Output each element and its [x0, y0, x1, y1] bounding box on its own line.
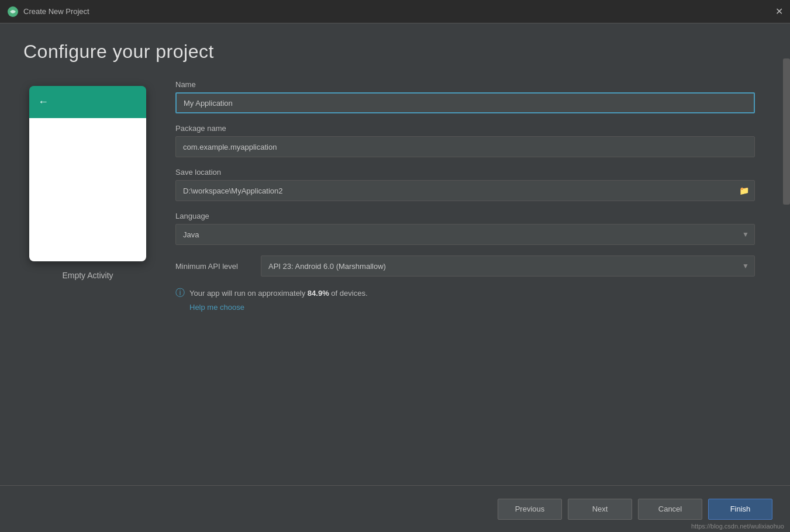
- title-bar-title: Create New Project: [23, 7, 89, 16]
- name-group: Name: [175, 80, 755, 113]
- title-bar-left: Create New Project: [7, 6, 89, 18]
- package-input[interactable]: [175, 136, 755, 157]
- language-select[interactable]: Java Kotlin: [175, 224, 755, 245]
- save-location-input[interactable]: [175, 180, 755, 201]
- title-bar: Create New Project ✕: [0, 0, 790, 23]
- save-location-label: Save location: [175, 168, 755, 177]
- header-area: Configure your project: [0, 23, 790, 74]
- percentage-text: 84.9%: [308, 289, 329, 298]
- help-text-content: Your app will run on approximately 84.9%…: [189, 289, 368, 298]
- footer-link[interactable]: https://blog.csdn.net/wulixiaohuo: [691, 523, 784, 530]
- app-icon: [7, 6, 19, 18]
- name-input[interactable]: [175, 92, 755, 113]
- language-select-wrapper: Java Kotlin ▼: [175, 224, 755, 245]
- main-content: Configure your project ← Empty Activity …: [0, 23, 790, 532]
- language-label: Language: [175, 212, 755, 220]
- api-level-row: Minimum API level API 23: Android 6.0 (M…: [175, 255, 755, 277]
- previous-button[interactable]: Previous: [498, 499, 562, 520]
- activity-label: Empty Activity: [62, 271, 113, 280]
- help-text-row: ⓘ Your app will run on approximately 84.…: [175, 287, 755, 299]
- scrollbar-track: [783, 23, 790, 485]
- save-location-group: Save location 📁: [175, 168, 755, 201]
- help-me-choose-link[interactable]: Help me choose: [189, 303, 755, 312]
- folder-icon[interactable]: 📁: [739, 186, 749, 195]
- page-title: Configure your project: [23, 41, 767, 63]
- name-label: Name: [175, 80, 755, 89]
- phone-preview: ←: [29, 86, 146, 261]
- phone-header: ←: [29, 86, 146, 118]
- info-icon: ⓘ: [175, 287, 185, 299]
- min-api-label: Minimum API level: [175, 262, 251, 271]
- close-button[interactable]: ✕: [775, 7, 783, 16]
- scrollbar-thumb[interactable]: [783, 58, 790, 205]
- api-level-select[interactable]: API 23: Android 6.0 (Marshmallow) API 21…: [261, 255, 755, 277]
- left-panel: ← Empty Activity: [23, 74, 152, 532]
- language-group: Language Java Kotlin ▼: [175, 212, 755, 245]
- save-location-wrapper: 📁: [175, 180, 755, 201]
- phone-body: [29, 118, 146, 261]
- footer-area: Previous Next Cancel Finish https://blog…: [0, 485, 790, 532]
- next-button[interactable]: Next: [568, 499, 632, 520]
- back-arrow-icon: ←: [38, 96, 49, 108]
- package-label: Package name: [175, 124, 755, 133]
- right-panel: Name Package name Save location 📁 Langua…: [175, 74, 767, 454]
- api-select-wrapper: API 23: Android 6.0 (Marshmallow) API 21…: [261, 255, 755, 277]
- cancel-button[interactable]: Cancel: [638, 499, 702, 520]
- package-group: Package name: [175, 124, 755, 157]
- finish-button[interactable]: Finish: [708, 499, 772, 520]
- body-area: ← Empty Activity Name Package name Save …: [0, 74, 790, 532]
